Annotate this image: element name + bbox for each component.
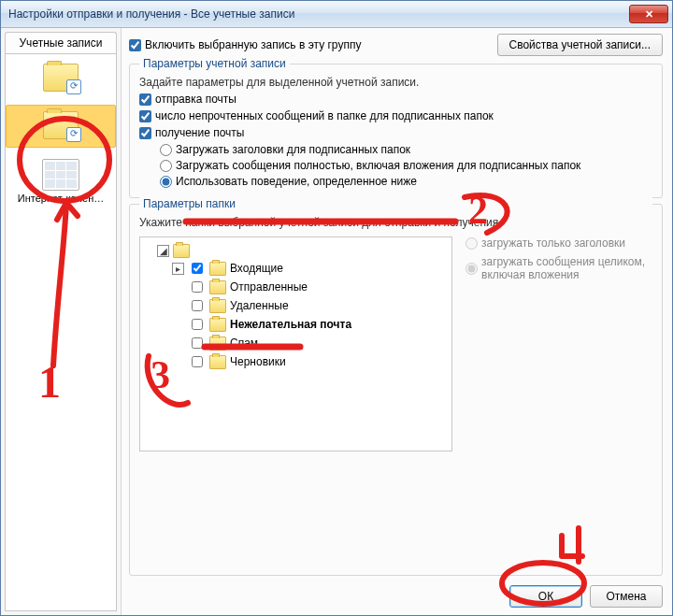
accounts-tab[interactable]: Учетные записи [5, 32, 117, 53]
folder-tree[interactable]: ◢ ▸ВходящиеОтправленныеУдаленныеНежелате… [139, 236, 452, 451]
radio-full-input[interactable] [160, 160, 172, 172]
radio-custom[interactable]: Использовать поведение, определенное ниж… [160, 175, 652, 188]
dialog-window: Настройки отправки и получения - Все уче… [0, 0, 673, 616]
tree-node-checkbox[interactable] [192, 300, 203, 311]
side-radio-full-label: загружать сообщения целиком, включая вло… [481, 255, 652, 281]
folder-area: ◢ ▸ВходящиеОтправленныеУдаленныеНежелате… [139, 236, 652, 451]
tree-node[interactable]: Черновики [144, 352, 448, 371]
folder-icon [209, 280, 226, 294]
expand-icon[interactable]: ▸ [172, 263, 184, 275]
account-params-desc: Задайте параметры для выделенной учетной… [139, 76, 652, 89]
receive-mail-input[interactable] [139, 127, 151, 139]
receive-mail-label: получение почты [155, 126, 244, 139]
dialog-body: Учетные записи ⟳ ⟳ Интернет-кален… [1, 28, 672, 615]
sync-badge-icon: ⟳ [66, 127, 81, 142]
folder-icon [209, 355, 226, 369]
tree-node-label: Входящие [230, 262, 283, 275]
send-mail-checkbox[interactable]: отправка почты [139, 93, 652, 106]
tree-node-label: Нежелательная почта [230, 318, 351, 331]
tree-node-label: Удаленные [230, 299, 289, 312]
account-item-2-selected[interactable]: ⟳ [6, 105, 116, 148]
folder-icon: ⟳ [43, 64, 79, 92]
folder-side-options: загружать только заголовки загружать соо… [465, 236, 652, 451]
window-title: Настройки отправки и получения - Все уче… [8, 7, 629, 21]
side-radio-full: загружать сообщения целиком, включая вло… [465, 255, 652, 281]
tree-node-checkbox[interactable] [192, 356, 203, 367]
tree-node-checkbox[interactable] [192, 263, 203, 274]
cancel-button[interactable]: Отмена [590, 585, 663, 608]
radio-headers[interactable]: Загружать заголовки для подписанных папо… [160, 143, 652, 156]
account-properties-button[interactable]: Свойства учетной записи... [497, 34, 663, 56]
side-radio-headers: загружать только заголовки [465, 236, 652, 250]
folder-icon [209, 318, 226, 332]
folder-icon: ⟳ [43, 111, 79, 139]
tree-node[interactable]: Нежелательная почта [144, 315, 448, 334]
tree-node-checkbox[interactable] [192, 281, 203, 293]
unread-count-checkbox[interactable]: число непрочтенных сообщений в папке для… [139, 109, 652, 122]
radio-full-label: Загружать сообщения полностью, включая в… [176, 159, 580, 172]
folder-icon [209, 299, 226, 313]
folder-icon [209, 262, 226, 276]
ok-button[interactable]: ОК [509, 585, 582, 608]
tree-node-label: Отправленные [230, 280, 308, 294]
include-in-group-label: Включить выбранную запись в эту группу [145, 38, 361, 51]
radio-custom-input[interactable] [160, 176, 172, 188]
include-in-group-input[interactable] [129, 39, 141, 51]
radio-headers-label: Загружать заголовки для подписанных папо… [176, 143, 410, 156]
titlebar: Настройки отправки и получения - Все уче… [1, 1, 672, 28]
tree-node-checkbox[interactable] [192, 319, 203, 330]
folder-params-fieldset: Параметры папки Укажите папки выбранной … [129, 204, 663, 576]
tree-node-checkbox[interactable] [192, 337, 203, 349]
accounts-sidebar: Учетные записи ⟳ ⟳ Интернет-кален… [1, 28, 122, 615]
accounts-list: ⟳ ⟳ Интернет-кален… [5, 53, 117, 611]
account-item-1[interactable]: ⟳ [6, 58, 116, 99]
account-params-fieldset: Параметры учетной записи Задайте парамет… [129, 64, 663, 198]
folder-icon [209, 337, 226, 351]
settings-panel: Включить выбранную запись в эту группу С… [122, 28, 672, 615]
account-item-3[interactable]: Интернет-кален… [6, 153, 116, 209]
tree-node-label: Спам [230, 337, 258, 350]
close-button[interactable]: ✕ [629, 5, 668, 23]
account-label: Интернет-кален… [18, 193, 104, 204]
receive-mail-checkbox[interactable]: получение почты [139, 126, 652, 139]
tree-node[interactable]: Отправленные [144, 278, 448, 296]
radio-headers-input[interactable] [160, 144, 172, 156]
radio-full[interactable]: Загружать сообщения полностью, включая в… [160, 159, 652, 172]
side-radio-full-input [465, 263, 478, 275]
account-params-legend: Параметры учетной записи [139, 57, 290, 70]
include-in-group-checkbox[interactable]: Включить выбранную запись в эту группу [129, 38, 361, 51]
side-radio-headers-input [465, 237, 478, 250]
top-row: Включить выбранную запись в эту группу С… [129, 34, 663, 56]
radio-custom-label: Использовать поведение, определенное ниж… [176, 175, 417, 188]
tree-root[interactable]: ◢ [144, 243, 448, 259]
folder-icon [173, 244, 190, 258]
side-radio-headers-label: загружать только заголовки [481, 236, 625, 250]
unread-count-label: число непрочтенных сообщений в папке для… [155, 109, 494, 122]
tree-node[interactable]: ▸Входящие [144, 259, 448, 278]
collapse-icon[interactable]: ◢ [157, 245, 169, 257]
tree-node[interactable]: Спам [144, 334, 448, 352]
unread-count-input[interactable] [139, 110, 151, 122]
folder-params-desc: Укажите папки выбранной учетной записи д… [139, 216, 652, 229]
calendar-icon [42, 159, 79, 191]
sync-badge-icon: ⟳ [66, 79, 81, 94]
folder-params-legend: Параметры папки [139, 197, 652, 210]
send-mail-input[interactable] [139, 93, 151, 106]
send-mail-label: отправка почты [155, 93, 236, 106]
tree-node-label: Черновики [230, 355, 286, 368]
dialog-buttons: ОК Отмена [129, 576, 663, 608]
receive-options: Загружать заголовки для подписанных папо… [160, 143, 652, 188]
tree-node[interactable]: Удаленные [144, 296, 448, 315]
